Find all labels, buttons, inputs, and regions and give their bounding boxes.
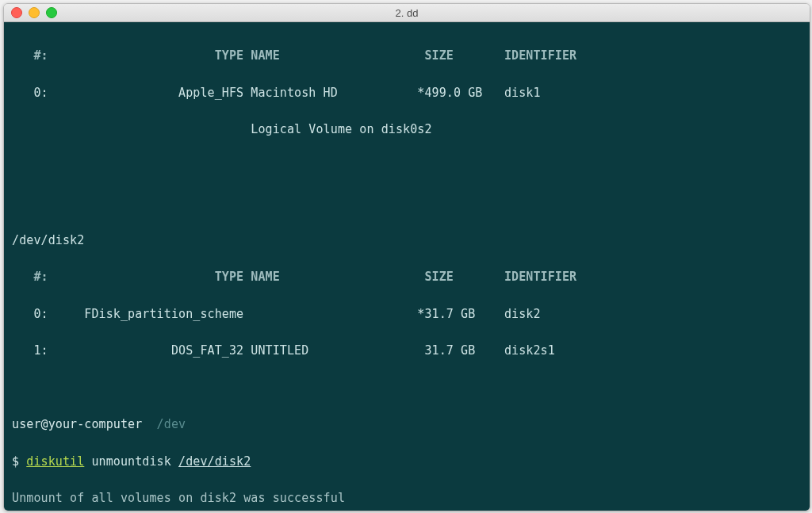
output-unmount: Unmount of all volumes on disk2 was succ… — [12, 489, 802, 507]
disk2-row-1: 1: DOS_FAT_32 UNTITLED 31.7 GB disk2s1 — [12, 342, 802, 360]
traffic-lights — [11, 7, 57, 18]
disk1-row-0: 0: Apple_HFS Macintosh HD *499.0 GB disk… — [12, 84, 802, 102]
terminal-window: 2. dd #: TYPE NAME SIZE IDENTIFIER 0: Ap… — [3, 3, 810, 511]
prompt-symbol: $ — [12, 454, 26, 469]
cmd-diskutil: diskutil — [26, 454, 84, 469]
terminal-body[interactable]: #: TYPE NAME SIZE IDENTIFIER 0: Apple_HF… — [4, 22, 810, 511]
disk2-header: #: TYPE NAME SIZE IDENTIFIER — [12, 268, 802, 286]
close-icon[interactable] — [11, 7, 22, 18]
prompt-userhost: user@your-computer — [12, 417, 142, 431]
minimize-icon[interactable] — [29, 7, 40, 18]
zoom-icon[interactable] — [46, 7, 57, 18]
window-title: 2. dd — [4, 7, 810, 19]
blank — [12, 158, 802, 176]
disk1-logical-volume: Logical Volume on disk0s2 — [12, 121, 802, 139]
blank — [12, 379, 802, 397]
cmd-rest: unmountdisk — [84, 454, 178, 469]
disk2-device: /dev/disk2 — [12, 232, 802, 250]
blank — [12, 194, 802, 212]
prompt-1: user@your-computer /dev — [12, 415, 802, 434]
prompt-cwd: /dev — [142, 417, 186, 431]
disk2-row-0: 0: FDisk_partition_scheme *31.7 GB disk2 — [12, 305, 802, 323]
command-1: $ diskutil unmountdisk /dev/disk2 — [12, 453, 802, 471]
cmd-arg: /dev/disk2 — [178, 454, 251, 469]
titlebar[interactable]: 2. dd — [4, 4, 810, 22]
disk1-header: #: TYPE NAME SIZE IDENTIFIER — [12, 47, 802, 65]
